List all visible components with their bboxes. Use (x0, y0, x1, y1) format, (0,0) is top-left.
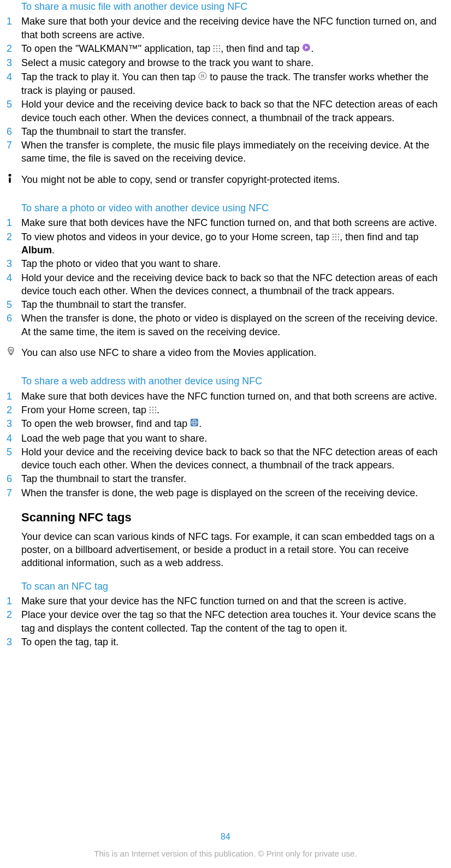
step-text: Make sure that your device has the NFC f… (21, 596, 406, 607)
step: When the transfer is done, the photo or … (7, 312, 444, 338)
step: Tap the photo or video that you want to … (7, 257, 444, 270)
step: Tap the thumbnail to start the transfer. (7, 125, 444, 138)
step-text: Load the web page that you want to share… (21, 433, 207, 444)
svg-rect-14 (9, 177, 10, 183)
step-text: Hold your device and the receiving devic… (21, 447, 437, 471)
step: Make sure that your device has the NFC f… (7, 594, 444, 608)
heading-scanning-nfc: Scanning NFC tags (7, 509, 444, 526)
step: Make sure that both devices have the NFC… (7, 216, 444, 229)
step-text: Hold your device and the receiving devic… (21, 99, 437, 123)
heading-share-web: To share a web address with another devi… (7, 374, 444, 388)
step-text: Tap the photo or video that you want to … (21, 258, 221, 269)
heading-share-music: To share a music file with another devic… (7, 0, 444, 13)
step: Place your device over the tag so that t… (7, 608, 444, 635)
note-copyright: You might not be able to copy, send or t… (7, 173, 444, 186)
step-text: Tap the thumbnail to start the transfer. (21, 126, 186, 137)
step: Hold your device and the receiving devic… (7, 98, 444, 124)
step-text: When the transfer is done, the photo or … (21, 313, 437, 337)
step: Select a music category and browse to th… (7, 56, 444, 69)
steps-share-web: Make sure that both devices have the NFC… (7, 390, 444, 500)
step-text: When the transfer is complete, the music… (21, 140, 429, 164)
step-text: Make sure that both your device and the … (21, 16, 436, 40)
step-text: To view photos and videos in your device… (21, 231, 329, 242)
heading-scan-tag: To scan an NFC tag (7, 580, 444, 593)
step-text: . (52, 245, 55, 255)
step: From your Home screen, tap . (7, 403, 444, 417)
browser-icon (190, 417, 199, 430)
step-text: When the transfer is done, the web page … (21, 487, 418, 498)
step-text: Tap the thumbnail to start the transfer. (21, 299, 186, 310)
step-text: To open the tag, tap it. (21, 637, 118, 647)
step: Hold your device and the receiving devic… (7, 445, 444, 472)
svg-rect-16 (10, 354, 12, 355)
apps-grid-icon (149, 406, 157, 414)
svg-rect-15 (10, 354, 13, 354)
svg-rect-11 (201, 74, 203, 78)
step-text: . (199, 418, 201, 429)
step-text: To open the web browser, find and tap (21, 418, 187, 429)
step-text: Make sure that both devices have the NFC… (21, 217, 437, 228)
step: When the transfer is complete, the music… (7, 139, 444, 165)
step-text: Make sure that both devices have the NFC… (21, 391, 437, 402)
step: Make sure that both devices have the NFC… (7, 390, 444, 403)
steps-scan-tag: Make sure that your device has the NFC f… (7, 594, 444, 649)
step: Make sure that both your device and the … (7, 15, 444, 41)
svg-rect-12 (203, 74, 204, 78)
step-text: Select a music category and browse to th… (21, 57, 313, 68)
step: When the transfer is done, the web page … (7, 486, 444, 500)
step: To open the "WALKMAN™" application, tap … (7, 42, 444, 56)
step-text: Hold your device and the receiving devic… (21, 272, 437, 296)
body-scanning-nfc: Your device can scan various kinds of NF… (7, 530, 444, 570)
apps-grid-icon (332, 233, 340, 241)
step-text: . (157, 405, 159, 415)
step: To open the tag, tap it. (7, 635, 444, 649)
album-label: Album (21, 245, 52, 255)
heading-share-photo: To share a photo or video with another d… (7, 201, 444, 215)
step: To view photos and videos in your device… (7, 230, 444, 257)
footer-text: This is an Internet version of this publ… (0, 848, 451, 859)
step: Hold your device and the receiving devic… (7, 271, 444, 298)
pause-icon (198, 70, 207, 84)
steps-share-music: Make sure that both your device and the … (7, 15, 444, 165)
apps-grid-icon (213, 45, 221, 52)
step-text: , then find and tap (221, 43, 299, 54)
walkman-icon (302, 42, 311, 55)
step-text: Place your device over the tag so that t… (21, 609, 436, 633)
svg-point-10 (199, 72, 206, 80)
svg-point-13 (9, 174, 11, 176)
steps-share-photo: Make sure that both devices have the NFC… (7, 216, 444, 338)
step: Tap the thumbnail to start the transfer. (7, 472, 444, 485)
tip-icon (7, 346, 21, 355)
step-text: To open the "WALKMAN™" application, tap (21, 43, 210, 54)
step-text: Tap the track to play it. You can then t… (21, 72, 195, 82)
important-icon (7, 173, 21, 183)
step-text: Tap the thumbnail to start the transfer. (21, 473, 186, 484)
step: Load the web page that you want to share… (7, 432, 444, 445)
tip-text: You can also use NFC to share a video fr… (21, 346, 444, 359)
tip-video: You can also use NFC to share a video fr… (7, 346, 444, 359)
page-number: 84 (0, 831, 451, 843)
step-text: From your Home screen, tap (21, 405, 146, 415)
note-text: You might not be able to copy, send or t… (21, 173, 444, 186)
step: Tap the thumbnail to start the transfer. (7, 298, 444, 311)
step-text: , then find and tap (340, 231, 418, 242)
step-text: . (311, 43, 313, 54)
step: Tap the track to play it. You can then t… (7, 70, 444, 98)
step: To open the web browser, find and tap . (7, 417, 444, 431)
